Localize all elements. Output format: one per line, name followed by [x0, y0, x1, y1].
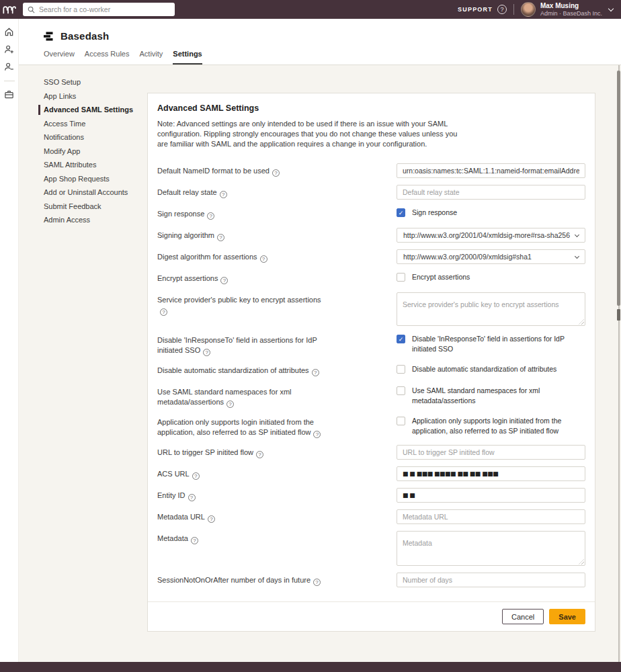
help-icon[interactable]: ?: [260, 255, 267, 263]
user-menu[interactable]: Max Musing Admin · BaseDash Inc.: [540, 2, 602, 17]
chevron-down-icon: [575, 253, 579, 258]
checkbox-field[interactable]: ✓Sign response: [397, 206, 585, 218]
textarea-placeholder: Service provider's public key to encrypt…: [403, 300, 559, 308]
search-icon: [28, 6, 35, 13]
sidebar-item-advanced-saml-settings[interactable]: Advanced SAML Settings: [44, 103, 144, 117]
tab-settings[interactable]: Settings: [173, 50, 202, 65]
checkbox-unchecked[interactable]: [397, 386, 405, 395]
save-button[interactable]: Save: [549, 609, 585, 624]
help-icon[interactable]: ?: [217, 234, 224, 241]
redacted-input[interactable]: ■ ■: [397, 488, 585, 503]
checkbox-unchecked[interactable]: [397, 365, 405, 374]
form-row-label: Disable automatic standardization of att…: [157, 363, 397, 378]
help-icon[interactable]: ?: [188, 494, 196, 501]
sidebar-item-modify-app[interactable]: Modify App: [44, 144, 144, 159]
tab-access-rules[interactable]: Access Rules: [85, 50, 130, 65]
sidebar-item-sso-setup[interactable]: SSO Setup: [44, 75, 144, 89]
select-input[interactable]: http://www.w3.org/2000/09/xmldsig#sha1: [397, 249, 585, 264]
sidebar-item-access-time[interactable]: Access Time: [44, 117, 144, 131]
checkbox-checked[interactable]: ✓: [397, 335, 405, 343]
form-row-label: Metadata?: [157, 531, 397, 566]
checkbox-field[interactable]: Disable automatic standardization of att…: [397, 363, 585, 374]
form-row: Default NameID format to be used?: [157, 163, 585, 178]
home-icon[interactable]: [4, 27, 14, 37]
redacted-input[interactable]: ■ ■ ■■■ ■■■■ ■■ ■■ ■■■: [397, 466, 585, 481]
help-icon[interactable]: ?: [226, 401, 234, 408]
search-input[interactable]: [39, 5, 170, 13]
checkbox-field[interactable]: ✓Disable 'InResponseTo' field in asserti…: [397, 333, 585, 354]
checkbox-unchecked[interactable]: [397, 273, 405, 282]
sidebar-item-notifications[interactable]: Notifications: [44, 130, 144, 144]
checkbox-field[interactable]: Encrypt assertions: [397, 271, 585, 282]
help-icon[interactable]: ?: [256, 451, 263, 458]
form-row: Encrypt assertions?Encrypt assertions: [157, 271, 585, 286]
form-row-control: Metadata: [397, 531, 585, 566]
avatar[interactable]: [521, 2, 536, 17]
tab-overview[interactable]: Overview: [44, 50, 75, 65]
label-text: Default NameID format to be used: [157, 167, 270, 175]
settings-sidebar: SSO SetupApp LinksAdvanced SAML Settings…: [44, 75, 144, 227]
help-icon[interactable]: ?: [160, 308, 167, 316]
remove-user-icon[interactable]: [4, 62, 14, 72]
text-input[interactable]: [397, 573, 585, 587]
sidebar-item-app-links[interactable]: App Links: [44, 89, 144, 103]
form-row-control: http://www.w3.org/2000/09/xmldsig#sha1: [397, 249, 585, 264]
checkbox-field[interactable]: Use SAML standard namespaces for xml met…: [397, 384, 585, 406]
text-input[interactable]: [397, 185, 585, 200]
help-icon[interactable]: ?: [312, 369, 319, 376]
text-input[interactable]: [397, 509, 585, 524]
tab-activity[interactable]: Activity: [139, 50, 163, 65]
label-text: Entity ID: [157, 491, 185, 499]
help-icon[interactable]: ?: [192, 472, 200, 480]
resize-handle-icon[interactable]: [579, 559, 584, 564]
help-circle-icon[interactable]: ?: [497, 5, 507, 14]
scrollbar-thumb[interactable]: [617, 71, 620, 306]
form-row: Entity ID?■ ■: [157, 488, 585, 503]
add-user-icon[interactable]: [4, 44, 14, 54]
user-name: Max Musing: [540, 2, 602, 10]
help-icon[interactable]: ?: [272, 169, 280, 177]
sidebar-item-saml-attributes[interactable]: SAML Attributes: [44, 158, 144, 172]
label-text: Digest algorithm for assertions: [157, 253, 257, 261]
textarea-input[interactable]: Metadata: [397, 531, 585, 566]
help-icon[interactable]: ?: [208, 515, 215, 523]
checkbox-unchecked[interactable]: [397, 417, 405, 425]
briefcase-icon[interactable]: [4, 89, 14, 99]
chevron-down-icon: [575, 232, 579, 237]
support-link[interactable]: SUPPORT: [458, 6, 493, 13]
rippling-logo[interactable]: [0, 5, 19, 14]
form-row-label-text: Disable 'InResponseTo' field in assertio…: [157, 335, 327, 356]
resize-handle-icon[interactable]: [579, 319, 584, 325]
form-row-label-text: Entity ID?: [157, 491, 327, 501]
chevron-down-icon[interactable]: [608, 6, 614, 11]
help-icon[interactable]: ?: [220, 277, 228, 284]
scrollbar-thumb-inner[interactable]: [617, 309, 620, 321]
card-title: Advanced SAML Settings: [157, 103, 585, 113]
help-icon[interactable]: ?: [313, 579, 321, 586]
global-search[interactable]: [23, 3, 175, 16]
card-footer: Cancel Save: [148, 601, 595, 631]
sidebar-item-app-shop-requests[interactable]: App Shop Requests: [44, 172, 144, 186]
sidebar-item-submit-feedback[interactable]: Submit Feedback: [44, 200, 144, 214]
help-icon[interactable]: ?: [220, 191, 227, 198]
help-icon[interactable]: ?: [191, 537, 198, 544]
label-text: URL to trigger SP initited flow: [157, 448, 253, 456]
form-row-label-text: Service provider's public key to encrypt…: [157, 295, 327, 316]
user-role: Admin · BaseDash Inc.: [540, 10, 602, 17]
help-icon[interactable]: ?: [203, 349, 210, 356]
sidebar-item-add-or-uninstall-accounts[interactable]: Add or Uninstall Accounts: [44, 185, 144, 200]
redacted-value: ■ ■: [403, 492, 415, 499]
help-icon[interactable]: ?: [313, 431, 321, 438]
checkbox-checked[interactable]: ✓: [397, 208, 405, 217]
cancel-button[interactable]: Cancel: [502, 609, 544, 624]
textarea-input[interactable]: Service provider's public key to encrypt…: [397, 292, 585, 326]
checkbox-field[interactable]: Application only supports login initiate…: [397, 415, 585, 436]
text-input[interactable]: [397, 445, 585, 460]
help-icon[interactable]: ?: [207, 212, 214, 220]
form-row: Metadata URL?: [157, 509, 585, 524]
select-input[interactable]: http://www.w3.org/2001/04/xmldsig-more#r…: [397, 228, 585, 243]
label-text: ACS URL: [157, 470, 190, 478]
form-row-control: Encrypt assertions: [397, 271, 585, 286]
text-input[interactable]: [397, 163, 585, 178]
sidebar-item-admin-access[interactable]: Admin Access: [44, 213, 144, 227]
